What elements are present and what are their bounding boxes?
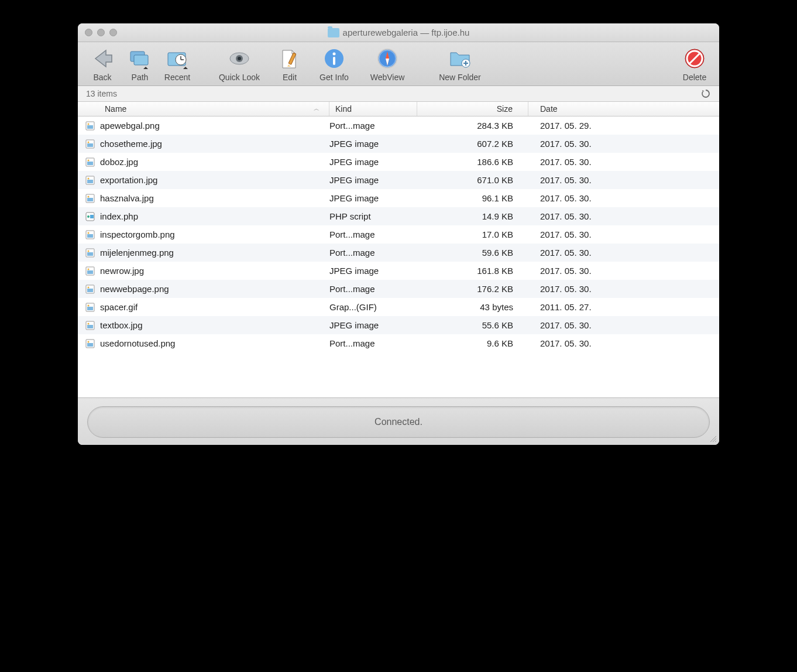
file-date: 2017. 05. 30.	[528, 320, 719, 330]
svg-point-35	[88, 196, 90, 197]
svg-point-53	[88, 304, 90, 306]
folder-plus-icon	[446, 46, 474, 71]
file-name: index.php	[100, 211, 138, 221]
file-kind: JPEG image	[329, 175, 417, 185]
path-button[interactable]: Path	[123, 46, 156, 82]
recent-button[interactable]: Recent	[161, 46, 194, 82]
column-size[interactable]: Size	[417, 102, 528, 116]
file-size: 9.6 KB	[417, 338, 528, 348]
folder-clock-icon	[163, 46, 191, 71]
table-row[interactable]: usedornotused.pngPort...mage9.6 KB2017. …	[78, 334, 719, 352]
file-kind: PHP script	[329, 211, 417, 221]
minimize-window-button[interactable]	[97, 29, 105, 36]
table-row[interactable]: chosetheme.jpgJPEG image607.2 KB2017. 05…	[78, 135, 719, 153]
delete-button[interactable]: Delete	[678, 46, 711, 82]
back-button[interactable]: Back	[86, 46, 119, 82]
image-file-icon	[85, 338, 95, 349]
newfolder-label: New Folder	[439, 73, 481, 82]
recent-label: Recent	[164, 73, 190, 82]
image-file-icon	[85, 284, 95, 294]
no-entry-icon	[681, 46, 709, 71]
table-row[interactable]: apewebgal.pngPort...mage284.3 KB2017. 05…	[78, 116, 719, 135]
file-date: 2017. 05. 30.	[528, 248, 719, 258]
image-file-icon	[85, 157, 95, 167]
table-row[interactable]: textbox.jpgJPEG image55.6 KB2017. 05. 30…	[78, 316, 719, 334]
compass-icon	[373, 46, 401, 71]
file-date: 2017. 05. 30.	[528, 284, 719, 294]
webview-label: WebView	[370, 73, 405, 82]
file-kind: Port...mage	[329, 229, 417, 239]
window-title: aperturewebgaleria — ftp.ijoe.hu	[343, 28, 470, 37]
file-name: newwebpage.png	[100, 284, 169, 294]
svg-rect-1	[134, 55, 148, 65]
table-row[interactable]: doboz.jpgJPEG image186.6 KB2017. 05. 30.	[78, 153, 719, 171]
php-file-icon	[85, 211, 95, 222]
svg-point-44	[88, 250, 90, 252]
image-file-icon	[85, 139, 95, 149]
file-size: 176.2 KB	[417, 284, 528, 294]
window-controls	[78, 29, 117, 36]
file-kind: JPEG image	[329, 266, 417, 276]
newfolder-button[interactable]: New Folder	[429, 46, 491, 82]
column-kind[interactable]: Kind	[329, 102, 417, 116]
table-row[interactable]: index.phpPHP script14.9 KB2017. 05. 30.	[78, 207, 719, 225]
file-size: 284.3 KB	[417, 121, 528, 131]
quicklook-button[interactable]: Quick Look	[210, 46, 269, 82]
toolbar: Back Path	[78, 42, 719, 86]
svg-rect-46	[87, 270, 93, 274]
zoom-window-button[interactable]	[109, 29, 117, 36]
edit-label: Edit	[283, 73, 297, 82]
svg-point-23	[88, 123, 90, 125]
file-date: 2017. 05. 29.	[528, 121, 719, 131]
column-date[interactable]: Date	[528, 102, 719, 116]
svg-rect-55	[87, 325, 93, 328]
svg-rect-25	[87, 143, 93, 147]
svg-rect-40	[87, 234, 93, 238]
getinfo-button[interactable]: Get Info	[311, 46, 358, 82]
image-file-icon	[85, 193, 95, 204]
svg-rect-28	[87, 162, 93, 165]
file-date: 2017. 05. 30.	[528, 193, 719, 203]
file-kind: JPEG image	[329, 320, 417, 330]
file-name: inspectorgomb.png	[100, 229, 175, 239]
svg-point-29	[88, 159, 90, 161]
table-row[interactable]: hasznalva.jpgJPEG image96.1 KB2017. 05. …	[78, 189, 719, 207]
svg-point-50	[88, 286, 90, 288]
info-icon	[320, 46, 348, 71]
svg-point-41	[88, 232, 90, 234]
file-size: 14.9 KB	[417, 211, 528, 221]
table-row[interactable]: mijelenjenmeg.pngPort...mage59.6 KB2017.…	[78, 244, 719, 262]
file-list: apewebgal.pngPort...mage284.3 KB2017. 05…	[78, 116, 719, 397]
file-size: 43 bytes	[417, 302, 528, 312]
file-size: 59.6 KB	[417, 248, 528, 258]
table-row[interactable]: inspectorgomb.pngPort...mage17.0 KB2017.…	[78, 225, 719, 244]
image-file-icon	[85, 320, 95, 331]
file-name: hasznalva.jpg	[100, 193, 154, 203]
table-row[interactable]: spacer.gifGrap...(GIF)43 bytes2011. 05. …	[78, 298, 719, 316]
resize-grip-icon[interactable]	[709, 434, 717, 443]
close-window-button[interactable]	[85, 29, 92, 36]
table-row[interactable]: newrow.jpgJPEG image161.8 KB2017. 05. 30…	[78, 262, 719, 280]
file-name: doboz.jpg	[100, 157, 138, 167]
file-date: 2017. 05. 30.	[528, 229, 719, 239]
file-date: 2017. 05. 30.	[528, 139, 719, 149]
file-size: 671.0 KB	[417, 175, 528, 185]
file-name: mijelenjenmeg.png	[100, 248, 174, 258]
svg-rect-52	[87, 307, 93, 310]
svg-rect-58	[87, 343, 93, 347]
file-kind: Port...mage	[329, 284, 417, 294]
arrow-left-icon	[88, 46, 116, 71]
titlebar[interactable]: aperturewebgaleria — ftp.ijoe.hu	[78, 23, 719, 42]
file-date: 2017. 05. 30.	[528, 175, 719, 185]
file-size: 186.6 KB	[417, 157, 528, 167]
refresh-button[interactable]	[700, 88, 711, 99]
edit-button[interactable]: Edit	[273, 46, 306, 82]
column-name[interactable]: Name ︿	[78, 102, 329, 116]
table-row[interactable]: exportation.jpgJPEG image671.0 KB2017. 0…	[78, 171, 719, 189]
table-row[interactable]: newwebpage.pngPort...mage176.2 KB2017. 0…	[78, 280, 719, 298]
webview-button[interactable]: WebView	[362, 46, 413, 82]
file-date: 2011. 05. 27.	[528, 302, 719, 312]
file-kind: JPEG image	[329, 157, 417, 167]
quicklook-label: Quick Look	[219, 73, 260, 82]
file-date: 2017. 05. 30.	[528, 338, 719, 348]
